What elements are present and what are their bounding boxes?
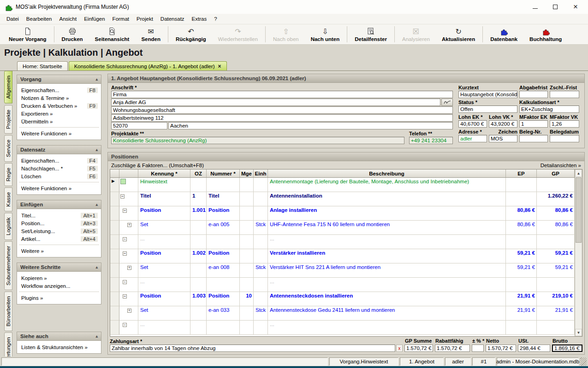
kurztext-field[interactable]: Hauptangebot (Konsolidier [458, 91, 517, 98]
cell-oz[interactable]: 1.001 [190, 206, 207, 221]
anschrift-line-4[interactable]: Adalbertsteinweg 112 [111, 114, 453, 122]
cell-gp[interactable]: 80,86 € [537, 206, 575, 221]
menu-format[interactable]: Format [109, 15, 133, 23]
sidebar-item-nachschlagen[interactable]: Nachschlagen... *F5 [21, 164, 98, 172]
cell-kennung[interactable]: ... [138, 235, 190, 249]
sidebar-item-weitere-funktionen[interactable]: Weitere Funktionen » [21, 129, 98, 137]
scroll-down-icon[interactable]: ▼ [575, 329, 582, 336]
cell-ep[interactable] [506, 278, 537, 292]
mfaktor-vk-field[interactable]: 1,26 [550, 120, 579, 128]
cell-kennung[interactable]: Position [138, 206, 190, 221]
cell-oz[interactable] [190, 306, 207, 321]
telefon-field[interactable]: +49 241 23304 [409, 137, 453, 144]
module-tab-kasse[interactable]: Kasse [4, 187, 12, 211]
menu-datei[interactable]: Datei [3, 15, 23, 23]
sidebar-item-plugins[interactable]: Plugins » [21, 294, 98, 302]
more-rows-icon[interactable]: » [123, 237, 127, 241]
more-rows-icon[interactable]: » [123, 280, 127, 284]
zschl-frist-field[interactable] [550, 91, 579, 98]
cell-beschreibung[interactable]: Antennensteckdosen installieren [268, 292, 506, 306]
lohn-vk-field[interactable]: 43,9200 € [489, 120, 517, 128]
cell-mge[interactable] [240, 178, 254, 192]
tab-home-startseite[interactable]: Home: Startseite [17, 61, 68, 70]
cell-einh[interactable] [254, 278, 268, 292]
table-row[interactable]: −Position1.001PositionAnlage installiere… [110, 206, 575, 221]
module-tab-projekte[interactable]: Projekte [4, 105, 12, 134]
expand-expander-icon[interactable]: + [127, 223, 131, 227]
sidebar-item-titel[interactable]: Titel...Alt+1 [21, 211, 98, 219]
tab-konsolidierte-schlussrechnung-anzrg-1-angebot-adler[interactable]: Konsolidierte Schlussrechnung (AnzRg) - … [69, 61, 227, 70]
sidebar-item-artikel[interactable]: Artikel...Alt+4 [21, 235, 98, 243]
ort-field[interactable]: Aachen [168, 122, 453, 129]
cell-einh[interactable]: Stck [254, 221, 268, 235]
cell-oz[interactable] [190, 263, 207, 278]
cell-einh[interactable] [254, 178, 268, 192]
menu-extras[interactable]: Extras [188, 15, 211, 23]
cell-kennung[interactable]: ... [138, 321, 190, 335]
cell-nummer[interactable]: Position [207, 292, 240, 306]
sidebar-item-eigenschaften[interactable]: Eigenschaften...F8 [21, 86, 98, 94]
toolbar-aktualisieren-button[interactable]: ↻Aktualisieren [436, 25, 481, 44]
cell-ep[interactable]: 80,86 € [506, 221, 537, 235]
menu-bearbeiten[interactable]: Bearbeiten [23, 15, 56, 23]
cell-gp[interactable]: 1.260,22 € [537, 192, 575, 206]
sidebar-section-header[interactable]: Datensatz▴ [17, 146, 101, 154]
cell-ep[interactable] [506, 235, 537, 249]
scrollbar-thumb[interactable] [576, 177, 582, 243]
cell-oz[interactable]: 1 [190, 192, 207, 206]
cell-nummer[interactable] [207, 321, 240, 335]
cell-nummer[interactable] [207, 178, 240, 192]
column-header-kennung[interactable]: Kennung * [138, 169, 190, 177]
collapse-icon[interactable]: ▴ [95, 265, 98, 269]
cell-mge[interactable] [240, 249, 254, 263]
zahlungsart-field[interactable]: Zahlbar innerhalb von 14 Tagen ohne Abzu… [110, 345, 395, 352]
cell-oz[interactable] [190, 278, 207, 292]
cell-einh[interactable]: Stck [254, 306, 268, 321]
toolbar-detailfenster-button[interactable]: Detailfenster [349, 25, 393, 44]
table-row[interactable]: »...... [110, 321, 575, 335]
cell-ep[interactable] [506, 321, 537, 335]
cell-kennung[interactable]: Set [138, 221, 190, 235]
collapse-expander-icon[interactable]: − [123, 251, 127, 256]
cell-beschreibung[interactable]: Anlage installieren [268, 206, 506, 221]
cell-kennung[interactable]: Titel [138, 192, 190, 206]
cell-mge[interactable] [240, 192, 254, 206]
signature-button[interactable] [441, 99, 453, 106]
sidebar-item-weitere[interactable]: Weitere » [21, 247, 98, 255]
cell-ep[interactable] [506, 178, 537, 192]
row-checkbox[interactable] [120, 179, 126, 184]
sidebar-item-exportieren[interactable]: Exportieren » [21, 110, 98, 117]
column-header-beschreibung[interactable]: Beschreibung [268, 169, 506, 177]
collapse-icon[interactable]: ▴ [95, 77, 98, 82]
sidebar-item-ubermitteln[interactable]: Übermitteln » [21, 117, 98, 125]
cell-ep[interactable]: 59,21 € [506, 249, 537, 263]
sidebar-item-position[interactable]: Position...Alt+3 [21, 219, 98, 227]
collapse-expander-icon[interactable]: − [120, 194, 125, 199]
toolbar-drucken-button[interactable]: Drucken [56, 25, 89, 44]
column-header-gp[interactable]: GP [537, 169, 575, 177]
cell-kennung[interactable]: ... [138, 278, 190, 292]
collapse-icon[interactable]: ▴ [95, 202, 98, 207]
cell-einh[interactable] [254, 249, 268, 263]
table-row[interactable]: »...... [110, 235, 575, 249]
collapse-icon[interactable]: ▴ [95, 147, 98, 152]
toolbar-nach-unten-button[interactable]: ⇩Nach unten [305, 25, 346, 44]
table-row[interactable]: ▶HinweistextAntennenmontage (Lieferung d… [110, 178, 575, 192]
cell-beschreibung[interactable]: Verstärker HIT Sns 221 A liefern und mon… [268, 263, 506, 278]
cell-oz[interactable]: 1.002 [190, 249, 207, 263]
table-row[interactable]: −Position1.002PositionVerstärker install… [110, 249, 575, 263]
cell-mge[interactable] [240, 321, 254, 335]
row-selector-cell[interactable] [110, 221, 119, 235]
cell-mge[interactable] [240, 306, 254, 321]
scrollbar-track[interactable] [575, 177, 582, 329]
cell-nummer[interactable]: Position [207, 206, 240, 221]
row-selector-cell[interactable] [110, 278, 119, 292]
detailansichten-link[interactable]: Detailansichten » [540, 163, 581, 168]
cell-beschreibung[interactable]: ... [268, 321, 506, 335]
cell-nummer[interactable]: Position [207, 249, 240, 263]
column-header-oz[interactable]: OZ [190, 169, 207, 177]
row-selector-cell[interactable] [110, 249, 119, 263]
maximize-button[interactable] [552, 4, 558, 10]
table-row[interactable]: −Position1.003Position10Antennensteckdos… [110, 292, 575, 306]
cell-nummer[interactable]: e-an 033 [207, 306, 240, 321]
